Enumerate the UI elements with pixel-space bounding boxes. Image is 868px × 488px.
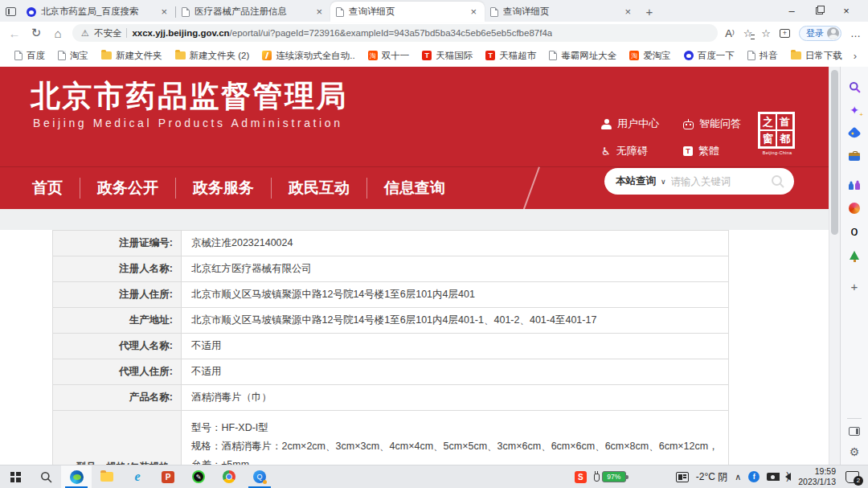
new-tab-button[interactable]: +	[639, 2, 660, 22]
accessibility-link[interactable]: ♿无障碍	[601, 144, 683, 158]
battery-status[interactable]: 97%	[594, 471, 626, 482]
sidebar-copilot-icon[interactable]: ✦	[844, 100, 865, 121]
bookmark-label: 连续滚动式全自动..	[276, 50, 354, 62]
search-icon[interactable]	[770, 174, 786, 190]
minimize-button[interactable]: –	[778, 0, 805, 22]
refresh-icon[interactable]: ↻	[29, 26, 43, 40]
bookmark-label: 天猫国际	[436, 50, 473, 62]
traditional-chinese-link[interactable]: T繁體	[683, 144, 764, 158]
robot-icon	[683, 121, 694, 129]
sidebar-settings-icon[interactable]: ⚙	[850, 445, 860, 458]
tab-device-registration[interactable]: 医疗器械产品注册信息 ×	[176, 2, 330, 22]
taobao-icon: 淘	[368, 51, 378, 60]
tab-close-icon[interactable]: ×	[158, 6, 170, 18]
sidebar-grow-tree-icon[interactable]	[844, 244, 865, 265]
nav-item-gov-disclosure[interactable]: 政务公开	[80, 178, 175, 199]
bookmark-shuangshiyi[interactable]: 淘双十一	[362, 50, 416, 62]
bookmark-tmall-global[interactable]: T天猫国际	[416, 50, 479, 62]
sidebar-add-icon[interactable]: +	[844, 276, 865, 297]
collapse-sidebar-icon[interactable]	[849, 427, 860, 436]
site-search-input[interactable]	[671, 176, 765, 187]
nav-item-home[interactable]: 首页	[32, 178, 80, 199]
edge-icon	[70, 470, 84, 484]
flash-tray-icon[interactable]: f	[748, 471, 760, 482]
add-favorite-icon[interactable]: ☆	[761, 27, 771, 39]
internet-explorer-icon: e	[134, 470, 140, 484]
bookmark-folder-1[interactable]: 新建文件夹	[95, 50, 169, 62]
clock-time: 19:59	[798, 466, 836, 477]
notification-center-icon[interactable]: 2	[845, 471, 859, 483]
sidebar-outlook-icon[interactable]: o	[844, 221, 865, 242]
tab-close-icon[interactable]: ×	[622, 6, 633, 18]
site-search-box: 本站查询 ∨	[604, 168, 794, 195]
taskbar-qq-button[interactable]: Q	[244, 465, 275, 488]
nav-item-interaction[interactable]: 政民互动	[272, 178, 366, 199]
page-viewport: 北京市药品监督管理局 Beijing Medical Products Admi…	[0, 67, 829, 465]
tab-query-detail-active[interactable]: 查询详细页 ×	[330, 2, 485, 22]
favorites-icon[interactable]: ☆	[743, 27, 753, 39]
table-row: 注册人名称:北京红方医疗器械有限公司	[53, 256, 729, 282]
clock-date: 2023/1/13	[798, 477, 836, 487]
more-menu-icon[interactable]: …	[850, 27, 861, 39]
start-button[interactable]	[0, 465, 31, 488]
chevron-down-icon[interactable]: ∨	[661, 178, 666, 186]
close-button[interactable]: ×	[833, 0, 860, 22]
bookmark-taobao[interactable]: 淘宝	[51, 50, 95, 62]
bookmark-folder-2[interactable]: 新建文件夹 (2)	[169, 50, 256, 62]
tab-search-button[interactable]	[0, 2, 21, 22]
taskbar-ie-button[interactable]: e	[122, 465, 153, 488]
bookmarks-overflow-icon[interactable]: ›	[849, 50, 862, 62]
bookmark-baidu[interactable]: 百度	[8, 50, 51, 62]
sidebar-office-icon[interactable]	[844, 198, 865, 219]
weather-status[interactable]: -2°C 阴	[696, 470, 727, 484]
bookmark-douyin[interactable]: 抖音	[741, 50, 784, 62]
tab-title: 北京市药监局_百度搜索	[41, 6, 154, 18]
collections-icon[interactable]: +	[780, 29, 790, 38]
url-bar[interactable]: ⚠ 不安全 xxcx.yjj.beijing.gov.cn/eportal/ui…	[72, 24, 718, 42]
taskbar-edge-button[interactable]	[61, 465, 92, 488]
baidu-favicon-icon	[27, 7, 36, 17]
sidebar-games-icon[interactable]	[844, 174, 865, 195]
bookmark-aitaobao[interactable]: 淘爱淘宝	[623, 50, 678, 62]
read-aloud-icon[interactable]: A	[725, 27, 734, 39]
sidebar-search-icon[interactable]	[844, 76, 865, 97]
bookmark-downloads-folder[interactable]: 日常下载	[784, 50, 849, 62]
beijing-window-seal[interactable]: 之 首 窗 都 Beijing-China	[758, 112, 796, 155]
sidebar-divider	[847, 418, 862, 419]
page-scrollbar[interactable]	[829, 67, 840, 465]
scrollbar-thumb[interactable]	[831, 70, 838, 235]
sidebar-shopping-icon[interactable]	[844, 123, 865, 144]
bookmark-duba[interactable]: 毒霸网址大全	[542, 50, 623, 62]
nav-item-info-query[interactable]: 信息查询	[367, 178, 462, 199]
home-icon[interactable]: ⌂	[51, 27, 65, 40]
tab-close-icon[interactable]: ×	[313, 6, 325, 18]
back-icon[interactable]: ←	[7, 27, 22, 40]
bookmark-tmall-market[interactable]: T天猫超市	[479, 50, 542, 62]
tab-baidu-search[interactable]: 北京市药监局_百度搜索 ×	[21, 2, 175, 22]
taskbar-clock[interactable]: 19:59 2023/1/13	[798, 466, 836, 487]
taskbar-powerpoint-button[interactable]: P	[153, 465, 183, 488]
search-scope-dropdown[interactable]: 本站查询	[616, 174, 656, 188]
news-widget-icon[interactable]	[676, 472, 689, 482]
volume-icon[interactable]	[785, 473, 791, 481]
taskbar-search-button[interactable]	[31, 465, 61, 488]
sidebar-toolbox-icon[interactable]	[844, 146, 865, 167]
smart-qa-link[interactable]: 智能问答	[683, 117, 764, 131]
site-title: 北京市药品监督管理局	[31, 76, 348, 117]
restore-button[interactable]	[805, 0, 833, 22]
taskbar-chrome-button[interactable]	[214, 465, 244, 488]
sogou-input-icon[interactable]: S	[575, 471, 587, 483]
login-button[interactable]: 登录	[799, 26, 841, 41]
nav-item-gov-services[interactable]: 政务服务	[176, 178, 271, 199]
user-center-link[interactable]: 用户中心	[601, 117, 683, 131]
bookmark-baidu-yixia[interactable]: 百度一下	[678, 50, 741, 62]
taskbar-explorer-button[interactable]	[92, 465, 122, 488]
tab-query-detail-2[interactable]: 查询详细页 ×	[485, 2, 639, 22]
bookmark-scanner[interactable]: 连续滚动式全自动..	[256, 50, 361, 62]
bookmark-label: 天猫超市	[499, 50, 536, 62]
tab-close-icon[interactable]: ×	[468, 6, 479, 18]
show-hidden-icons[interactable]: ∧	[735, 472, 741, 482]
tmall-icon: T	[422, 51, 432, 60]
seal-char: 都	[776, 130, 793, 147]
taskbar-capture-button[interactable]: ✎	[183, 465, 214, 488]
